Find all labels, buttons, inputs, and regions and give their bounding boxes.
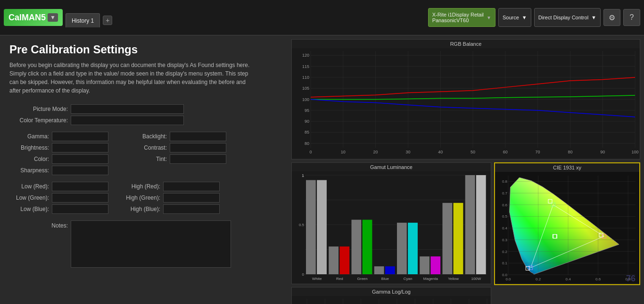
notes-input[interactable]	[71, 220, 231, 268]
contrast-input[interactable]	[170, 143, 226, 152]
gamut-luminance-chart: Gamut Luminance	[291, 162, 491, 284]
low-red-input[interactable]	[52, 182, 108, 191]
tab-add-button[interactable]: +	[103, 16, 112, 25]
low-blue-input[interactable]	[52, 204, 108, 214]
low-green-input[interactable]	[52, 193, 108, 203]
color-input[interactable]	[52, 154, 108, 164]
page-description: Before you begin calibrating the display…	[9, 61, 255, 95]
high-red-input[interactable]	[163, 182, 220, 191]
sharpness-row: Sharpness:	[9, 166, 108, 175]
low-green-row: Low (Green):	[9, 193, 108, 203]
topbar-right: X-Rite i1Display Retail PanasonicVT60 ▼ …	[428, 8, 640, 27]
page-title: Pre Calibration Settings	[9, 43, 278, 56]
high-red-label: High (Red):	[121, 183, 163, 190]
gamma-log-chart: Gamma Log/Log	[291, 287, 491, 304]
notes-row: Notes:	[9, 220, 278, 268]
brightness-input[interactable]	[52, 143, 108, 152]
low-blue-label: Low (Blue):	[9, 206, 52, 212]
settings-button[interactable]: ⚙	[603, 9, 620, 26]
main-content: Pre Calibration Settings Before you begi…	[0, 35, 644, 304]
high-blue-input[interactable]	[163, 204, 220, 214]
topbar: CalMAN5 ▼ History 1 + X-Rite i1Display R…	[0, 0, 644, 35]
notes-label: Notes:	[9, 220, 71, 229]
picture-mode-section: Picture Mode: Color Temperature:	[9, 104, 278, 125]
left-col: Gamma: Brightness: Color: Sharpness:	[9, 132, 108, 175]
picture-mode-input[interactable]	[71, 104, 184, 114]
brightness-label: Brightness:	[9, 144, 52, 151]
device-name: X-Rite i1Display Retail PanasonicVT60	[432, 12, 484, 23]
rgb-two-col: Low (Red): Low (Green): Low (Blue): High	[9, 182, 278, 214]
logo-dropdown-arrow[interactable]: ▼	[48, 13, 58, 22]
low-red-label: Low (Red):	[9, 183, 52, 190]
rgb-balance-chart: RGB Balance	[291, 39, 640, 160]
rgb-balance-canvas	[292, 48, 640, 158]
contrast-row: Contrast:	[127, 143, 226, 152]
cie-chart: CIE 1931 xy	[494, 162, 640, 285]
source-dropdown-arrow: ▼	[522, 15, 527, 20]
help-icon: ?	[630, 13, 634, 22]
gamma-log-canvas	[292, 296, 491, 304]
color-temp-input[interactable]	[71, 116, 184, 125]
high-blue-label: High (Blue):	[121, 206, 163, 212]
contrast-label: Contrast:	[127, 144, 170, 151]
rgb-high-col: High (Red): High (Green): High (Blue):	[121, 182, 220, 214]
color-label: Color:	[9, 156, 52, 162]
left-panel: Pre Calibration Settings Before you begi…	[0, 35, 288, 304]
backlight-label: Backlight:	[127, 133, 170, 140]
right-col: Backlight: Contrast: Tint:	[127, 132, 226, 175]
low-blue-row: Low (Blue):	[9, 204, 108, 214]
tab-history[interactable]: History 1	[66, 13, 100, 27]
tint-label: Tint:	[127, 156, 170, 162]
right-panel: RGB Balance Gamut Luminance Gamma Log/Lo…	[288, 35, 644, 304]
low-green-label: Low (Green):	[9, 194, 52, 201]
color-row: Color:	[9, 154, 108, 164]
gamma-label: Gamma:	[9, 133, 52, 140]
tint-row: Tint:	[127, 154, 226, 164]
cie-canvas	[495, 172, 639, 283]
gamut-luminance-title: Gamut Luminance	[292, 163, 491, 171]
gamut-luminance-canvas	[292, 171, 491, 284]
device-dropdown[interactable]: X-Rite i1Display Retail PanasonicVT60 ▼	[428, 8, 495, 27]
low-red-row: Low (Red):	[9, 182, 108, 191]
high-green-input[interactable]	[163, 193, 220, 203]
high-green-label: High (Green):	[121, 194, 163, 201]
gear-icon: ⚙	[609, 13, 615, 22]
color-temp-label: Color Temperature:	[9, 117, 71, 124]
picture-mode-row: Picture Mode:	[9, 104, 278, 114]
sharpness-label: Sharpness:	[9, 167, 52, 174]
rgb-section: Low (Red): Low (Green): Low (Blue): High	[9, 182, 278, 214]
brightness-row: Brightness:	[9, 143, 108, 152]
gamma-row: Gamma:	[9, 132, 108, 141]
high-green-row: High (Green):	[121, 193, 220, 203]
backlight-row: Backlight:	[127, 132, 226, 141]
help-button[interactable]: ?	[623, 9, 640, 26]
ddc-dropdown[interactable]: Direct Display Control ▼	[534, 8, 601, 27]
settings-section: Gamma: Brightness: Color: Sharpness:	[9, 132, 278, 175]
color-temp-row: Color Temperature:	[9, 116, 278, 125]
picture-mode-label: Picture Mode:	[9, 106, 71, 112]
logo-text: CalMAN5	[8, 13, 46, 23]
gamma-input[interactable]	[52, 132, 108, 141]
ddc-dropdown-arrow: ▼	[591, 15, 596, 20]
high-blue-row: High (Blue):	[121, 204, 220, 214]
high-red-row: High (Red):	[121, 182, 220, 191]
cie-title: CIE 1931 xy	[495, 163, 639, 172]
rgb-low-col: Low (Red): Low (Green): Low (Blue):	[9, 182, 108, 214]
source-dropdown[interactable]: Source ▼	[498, 8, 531, 27]
backlight-input[interactable]	[170, 132, 226, 141]
bottom-charts-row: Gamut Luminance Gamma Log/Log CIE 1931 x…	[291, 162, 640, 285]
app-logo: CalMAN5 ▼	[4, 9, 63, 26]
device-dropdown-arrow: ▼	[487, 15, 491, 20]
rgb-balance-title: RGB Balance	[292, 40, 640, 48]
gamma-log-title: Gamma Log/Log	[292, 287, 491, 296]
settings-two-col: Gamma: Brightness: Color: Sharpness:	[9, 132, 278, 175]
sharpness-input[interactable]	[52, 166, 108, 175]
tint-input[interactable]	[170, 154, 226, 164]
